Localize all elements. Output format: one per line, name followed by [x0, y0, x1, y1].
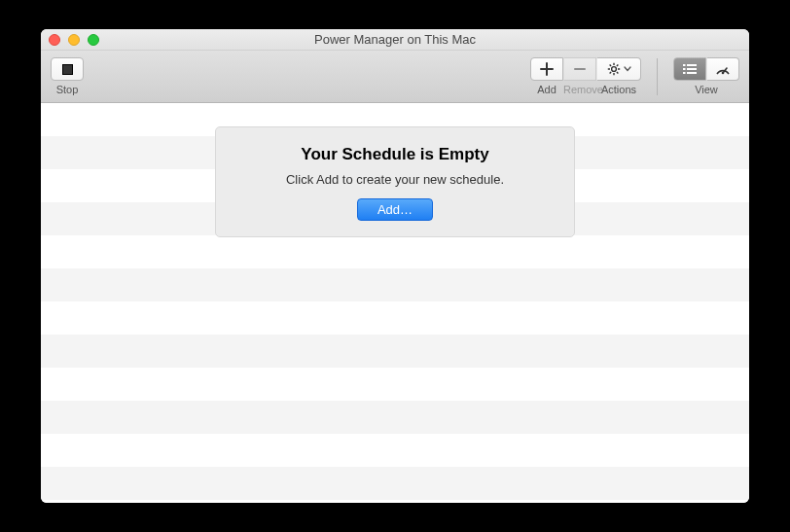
gauge-icon [715, 62, 731, 76]
svg-point-0 [611, 67, 616, 72]
svg-line-6 [616, 72, 618, 74]
add-button[interactable] [530, 57, 563, 81]
svg-rect-10 [687, 64, 697, 66]
toolbar-divider [657, 58, 658, 95]
minus-icon [573, 62, 587, 76]
traffic-lights [49, 34, 99, 46]
empty-state-add-button[interactable]: Add… [357, 198, 433, 221]
list-icon [682, 63, 698, 75]
content-area: Your Schedule is Empty Click Add to crea… [41, 103, 749, 503]
plus-icon [540, 62, 554, 76]
stop-group: Stop [51, 57, 84, 95]
empty-state-panel: Your Schedule is Empty Click Add to crea… [215, 126, 575, 237]
minimize-window-button[interactable] [68, 34, 80, 46]
svg-point-16 [722, 72, 725, 75]
svg-rect-12 [687, 68, 697, 70]
svg-rect-9 [683, 64, 686, 66]
close-window-button[interactable] [49, 34, 60, 46]
titlebar: Power Manager on This Mac [41, 29, 749, 51]
app-window: Power Manager on This Mac Stop [41, 29, 749, 503]
chevron-down-icon [624, 66, 631, 72]
svg-rect-14 [687, 72, 697, 74]
svg-line-8 [616, 65, 618, 67]
view-label: View [695, 84, 718, 95]
svg-line-5 [609, 65, 611, 67]
view-group: View [673, 57, 739, 95]
gear-icon [607, 62, 621, 76]
view-list-button[interactable] [673, 57, 706, 81]
stop-button[interactable] [51, 57, 84, 81]
remove-button [563, 57, 596, 81]
window-title: Power Manager on This Mac [314, 32, 476, 47]
add-button-label: Add [530, 84, 563, 95]
empty-state-title: Your Schedule is Empty [230, 145, 560, 164]
schedule-actions-group: Add Remove Actions [530, 57, 641, 95]
stop-button-label: Stop [56, 84, 79, 95]
actions-button[interactable] [596, 57, 641, 81]
view-gauge-button[interactable] [706, 57, 739, 81]
actions-button-label: Actions [596, 84, 641, 95]
remove-button-label: Remove [563, 84, 596, 95]
svg-rect-11 [683, 68, 686, 70]
svg-rect-13 [683, 72, 686, 74]
svg-line-7 [609, 72, 611, 74]
toolbar: Stop [41, 51, 749, 103]
zoom-window-button[interactable] [88, 34, 99, 46]
empty-state-subtitle: Click Add to create your new schedule. [230, 172, 560, 187]
stop-icon [62, 64, 73, 75]
